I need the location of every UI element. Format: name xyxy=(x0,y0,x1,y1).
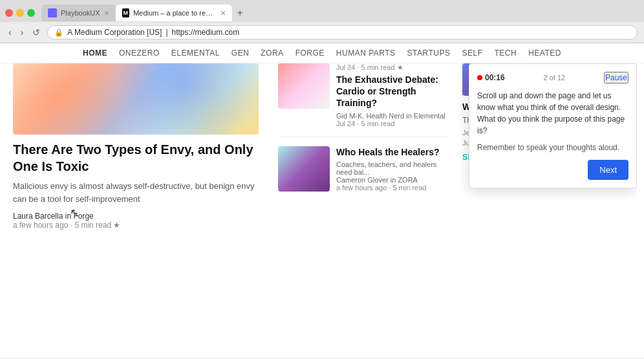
address-bar: ‹ › ↺ 🔒 A Medium Corporation [US] | http… xyxy=(0,22,644,43)
medium-icon: M xyxy=(122,8,130,17)
cardio-meta-top: Jul 24 · 5 min read ★ xyxy=(336,63,449,72)
nav-zora[interactable]: ZORA xyxy=(261,49,283,58)
overlay-header: 00:16 2 of 12 Pause xyxy=(477,72,628,83)
browser-chrome: PlaybookUX ✕ M Medium – a place to read … xyxy=(0,0,644,43)
hero-image xyxy=(13,63,259,135)
cardio-date: Jul 24 xyxy=(336,63,355,71)
healer-date: a few hours ago · 5 min read xyxy=(336,184,449,192)
playbook-icon xyxy=(48,8,57,17)
overlay-hint: Remember to speak your thoughts aloud. xyxy=(477,143,628,152)
main-article-desc: Malicious envy is almost always self-des… xyxy=(13,180,259,205)
middle-panel: Jul 24 · 5 min read ★ The Exhaustive Deb… xyxy=(272,63,456,358)
refresh-button[interactable]: ↺ xyxy=(30,27,42,38)
url-text: https://medium.com xyxy=(172,28,240,37)
healer-content: Who Heals the Healers? Coaches, teachers… xyxy=(336,146,449,192)
record-indicator xyxy=(477,75,482,80)
main-article-author: Laura Barcella in Forge xyxy=(13,212,94,221)
mouse-cursor: ↖ xyxy=(70,206,80,220)
new-tab-button[interactable]: + xyxy=(232,7,248,19)
timer-display: 00:16 xyxy=(477,73,505,82)
tab-close-icon[interactable]: ✕ xyxy=(104,10,109,17)
url-separator: | xyxy=(166,28,167,37)
main-article-title[interactable]: There Are Two Types of Envy, and Only On… xyxy=(13,141,259,175)
main-article-meta: Laura Barcella in Forge a few hours ago … xyxy=(13,212,259,230)
nav-forge[interactable]: FORGE xyxy=(295,49,325,58)
maximize-button[interactable] xyxy=(27,9,35,17)
tab-medium-close-icon[interactable]: ✕ xyxy=(220,10,226,17)
nav-home[interactable]: HOME xyxy=(83,49,107,58)
overlay-panel: 00:16 2 of 12 Pause Scroll up and down t… xyxy=(469,63,637,188)
cardio-title[interactable]: The Exhaustive Debate: Cardio or Strengt… xyxy=(336,74,449,109)
overlay-instruction: Scroll up and down the page and let us k… xyxy=(477,90,628,137)
forward-button[interactable]: › xyxy=(19,27,26,38)
nav-self[interactable]: SELF xyxy=(462,49,483,58)
cardio-star: ★ xyxy=(397,63,403,71)
nav-startups[interactable]: STARTUPS xyxy=(407,49,451,58)
cardio-thumbnail xyxy=(278,63,330,109)
tab-playbook-label: PlaybookUX xyxy=(61,9,100,17)
tab-playbook[interactable]: PlaybookUX ✕ xyxy=(41,5,116,21)
pause-button[interactable]: Pause xyxy=(604,72,628,83)
tab-medium-label: Medium – a place to read and... xyxy=(133,9,216,17)
cardio-content: Jul 24 · 5 min read ★ The Exhaustive Deb… xyxy=(336,63,449,127)
progress-text: 2 of 12 xyxy=(544,74,566,82)
cardio-byline: Gid M-K, Health Nerd in Elemental xyxy=(336,112,449,120)
right-panel: Wor... Crew of Bigots and Frauds They're… xyxy=(456,63,637,358)
next-button[interactable]: Next xyxy=(588,160,628,180)
cardio-date2: Jul 24 · 5 min read xyxy=(336,120,449,127)
article-cardio: Jul 24 · 5 min read ★ The Exhaustive Deb… xyxy=(278,63,449,137)
left-panel: There Are Two Types of Envy, and Only On… xyxy=(0,63,272,358)
close-button[interactable] xyxy=(5,9,13,17)
nav-onezero[interactable]: ONEZERO xyxy=(119,49,160,58)
main-article-date: a few hours ago xyxy=(13,221,68,230)
tab-medium[interactable]: M Medium – a place to read and... ✕ xyxy=(116,5,232,21)
back-button[interactable]: ‹ xyxy=(6,27,14,38)
tab-bar: PlaybookUX ✕ M Medium – a place to read … xyxy=(0,0,644,22)
timer-text: 00:16 xyxy=(485,73,505,82)
healer-title[interactable]: Who Heals the Healers? xyxy=(336,146,449,158)
star-icon: ★ xyxy=(113,221,120,230)
main-article-read-time: 5 min read xyxy=(74,221,111,230)
main-content: There Are Two Types of Envy, and Only On… xyxy=(0,63,644,358)
nav-tech[interactable]: TECH xyxy=(495,49,517,58)
nav-elemental[interactable]: ELEMENTAL xyxy=(171,49,220,58)
article-healers: Who Heals the Healers? Coaches, teachers… xyxy=(278,146,449,201)
lock-icon: 🔒 xyxy=(54,28,63,37)
url-label: A Medium Corporation [US] xyxy=(67,28,162,37)
healer-byline: Cameron Glover in ZORA xyxy=(336,176,449,184)
healer-thumbnail xyxy=(278,146,330,192)
medium-nav: HOME ONEZERO ELEMENTAL GEN ZORA FORGE HU… xyxy=(0,43,644,63)
newsletter-section: Never miss a story Sign up for Medium's … xyxy=(0,358,644,363)
nav-human-parts[interactable]: HUMAN PARTS xyxy=(336,49,396,58)
nav-heated[interactable]: HEATED xyxy=(528,49,561,58)
healer-desc: Coaches, teachers, and healers need bal.… xyxy=(336,160,449,176)
cardio-read-time: 5 min read xyxy=(361,63,395,71)
url-bar[interactable]: 🔒 A Medium Corporation [US] | https://me… xyxy=(47,25,638,39)
window-controls xyxy=(5,9,35,17)
nav-gen[interactable]: GEN xyxy=(231,49,250,58)
minimize-button[interactable] xyxy=(16,9,24,17)
